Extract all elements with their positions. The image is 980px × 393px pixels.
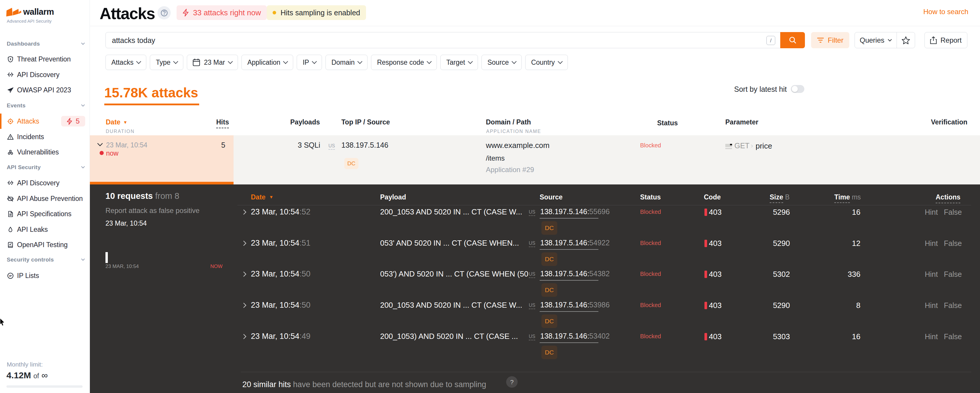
svg-text:IP: IP	[9, 274, 12, 277]
